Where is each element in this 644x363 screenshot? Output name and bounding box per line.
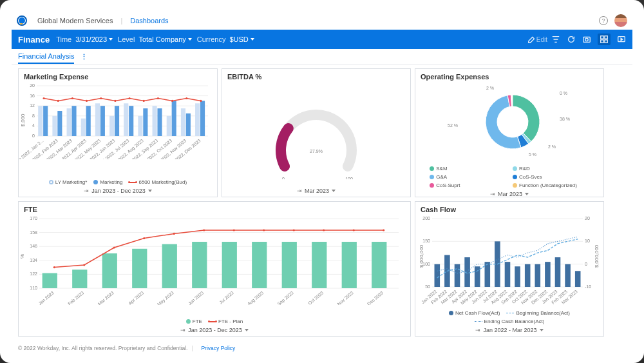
svg-point-104 [173, 233, 175, 235]
time-dropdown[interactable]: 3/31/2023 [75, 35, 113, 43]
svg-text:20: 20 [585, 216, 590, 221]
svg-rect-143 [505, 262, 511, 287]
workday-logo[interactable] [17, 15, 27, 26]
chart-ebitda-gauge: 27.9%0100 [252, 89, 381, 179]
dashboard-grid: Marketing Expense $,000 048121620Jan 202… [12, 64, 632, 342]
privacy-link[interactable]: Privacy Policy [201, 345, 235, 351]
company-name: Global Modern Services [37, 17, 113, 25]
svg-rect-34 [86, 106, 91, 136]
svg-rect-150 [575, 271, 581, 287]
svg-rect-136 [435, 264, 440, 287]
svg-rect-148 [555, 257, 561, 287]
svg-rect-36 [115, 106, 119, 136]
camera-icon[interactable] [582, 35, 591, 44]
svg-point-109 [323, 229, 325, 231]
svg-text:170: 170 [30, 216, 37, 221]
svg-rect-141 [485, 262, 491, 287]
svg-rect-88 [43, 273, 57, 288]
svg-rect-28 [167, 116, 171, 136]
svg-rect-149 [565, 264, 571, 287]
svg-rect-35 [100, 106, 105, 136]
avatar[interactable] [614, 14, 627, 27]
svg-rect-19 [38, 106, 43, 136]
svg-text:10: 10 [585, 239, 590, 243]
svg-rect-38 [143, 108, 147, 136]
card-range-selector[interactable]: Mar 2023 [222, 186, 410, 197]
svg-text:-10: -10 [585, 284, 591, 289]
svg-rect-94 [222, 242, 237, 288]
svg-rect-97 [312, 242, 327, 288]
page-title: Finance [18, 35, 50, 44]
card-range-selector[interactable]: Jan 2023 - Dec 2023 [19, 186, 217, 197]
card-title: Marketing Expense [19, 69, 217, 82]
svg-rect-89 [72, 270, 87, 288]
svg-rect-91 [132, 249, 147, 288]
svg-rect-90 [102, 253, 117, 288]
card-range-selector[interactable]: Jan 2022 - Mar 2023 [415, 326, 603, 336]
svg-rect-42 [200, 101, 205, 136]
svg-point-48 [114, 100, 116, 102]
svg-point-46 [86, 100, 88, 102]
card-fte: FTE % 110122134146158170Jan 2023Feb 2023… [18, 201, 411, 337]
svg-text:146: 146 [30, 244, 37, 248]
card-cash-flow: Cash Flow $,000,000 $,000,000 5010015020… [415, 201, 604, 337]
svg-point-54 [200, 100, 202, 102]
y-axis-label-right: $,000,000 [594, 245, 600, 268]
card-title: FTE [19, 202, 410, 215]
svg-rect-39 [157, 108, 162, 136]
svg-text:16: 16 [30, 93, 35, 98]
svg-rect-31 [43, 106, 48, 136]
svg-rect-3 [605, 36, 607, 39]
help-icon[interactable]: ? [599, 16, 608, 25]
level-dropdown[interactable]: Total Company [138, 35, 191, 43]
card-marketing-expense: Marketing Expense $,000 048121620Jan 202… [18, 68, 218, 197]
present-icon[interactable] [617, 35, 626, 44]
svg-rect-25 [124, 103, 128, 136]
filter-bar: Finance Time 3/31/2023 Level Total Compa… [12, 30, 632, 49]
svg-text:200: 200 [422, 216, 430, 221]
grid-view-icon[interactable] [598, 34, 611, 45]
legend: FTE FTE - Plan [19, 317, 410, 326]
svg-text:122: 122 [30, 271, 37, 276]
breadcrumb-dashboards[interactable]: Dashboards [130, 17, 168, 25]
card-ebitda: EBITDA % 27.9%0100 Mar 2023 [222, 68, 411, 197]
svg-text:52 %: 52 % [448, 123, 458, 128]
card-title: Operating Expenses [415, 69, 603, 82]
svg-point-105 [203, 229, 205, 231]
svg-text:0 %: 0 % [560, 91, 567, 95]
svg-point-43 [43, 97, 44, 99]
svg-point-100 [53, 266, 55, 268]
edit-button[interactable]: Edit [527, 35, 545, 44]
tab-financial-analysis[interactable]: Financial Analysis [18, 52, 74, 64]
svg-rect-4 [601, 40, 603, 43]
svg-point-50 [143, 100, 145, 102]
svg-rect-21 [67, 108, 71, 136]
svg-rect-23 [95, 103, 100, 136]
copyright-text: © 2022 Workday, Inc. All rights reserved… [18, 345, 187, 351]
svg-text:2 %: 2 % [548, 144, 556, 149]
refresh-icon[interactable] [567, 35, 576, 44]
legend: S&M R&D G&A CoS-Svcs CoS-Suprt Function … [415, 166, 603, 190]
tab-menu-icon[interactable]: ⋮ [80, 53, 88, 64]
filter-icon[interactable] [551, 35, 560, 44]
svg-text:0: 0 [282, 177, 285, 179]
legend: LY Marketing* Marketing 6500 Marketing(B… [19, 178, 217, 186]
svg-text:27.9%: 27.9% [310, 149, 323, 153]
svg-rect-93 [192, 242, 207, 288]
svg-text:Jul 2023: Jul 2023 [218, 290, 234, 304]
currency-label: Currency [197, 35, 226, 43]
card-range-selector[interactable]: Jan 2023 - Dec 2023 [19, 326, 410, 336]
card-range-selector[interactable]: Mar 2023 [415, 190, 603, 197]
svg-rect-40 [172, 101, 176, 136]
svg-text:Feb 2023: Feb 2023 [67, 290, 84, 305]
svg-text:110: 110 [30, 286, 37, 290]
svg-rect-20 [52, 116, 57, 136]
currency-dropdown[interactable]: $USD [229, 35, 254, 43]
svg-rect-29 [181, 108, 185, 136]
top-bar: Global Modern Services | Dashboards ? [12, 12, 632, 30]
level-label: Level [118, 35, 135, 43]
svg-point-106 [233, 229, 235, 231]
svg-rect-41 [186, 113, 191, 136]
svg-rect-27 [153, 106, 157, 136]
svg-text:38 %: 38 % [560, 117, 570, 121]
